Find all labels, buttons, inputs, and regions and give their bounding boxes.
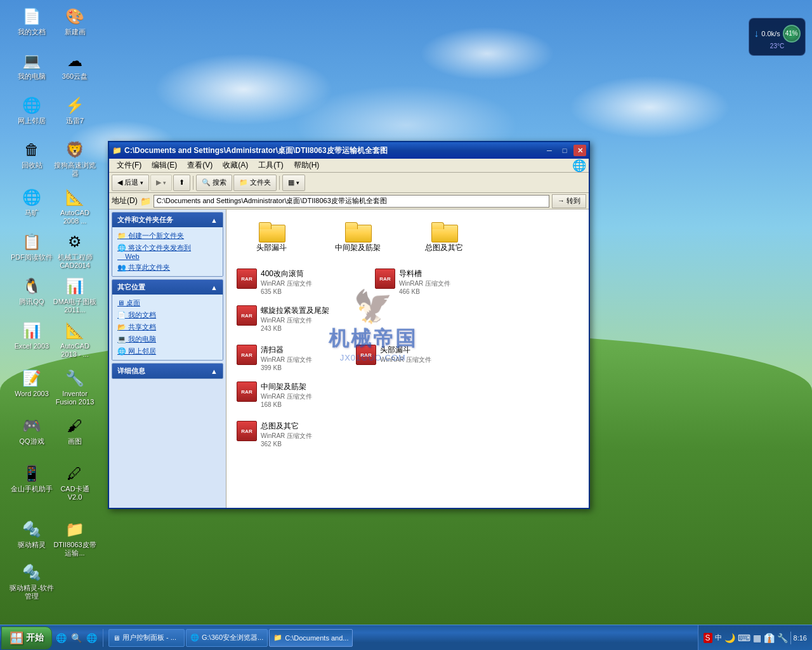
menu-view[interactable]: 查看(V) [182, 159, 218, 172]
folders-button[interactable]: 📁 文件夹 [233, 175, 277, 191]
up-button[interactable]: ⬆ [173, 175, 190, 191]
file-info: 螺旋拉紧装置及尾架 WinRAR 压缩文件 243 KB [261, 305, 329, 332]
desktop-icon-pdf-reader[interactable]: 📋 PDF阅读软件 [9, 232, 55, 262]
tray-moon[interactable]: 🌙 [724, 633, 735, 643]
desktop-icon-inventor[interactable]: 🔧 Inventor Fusion 2013 [52, 368, 98, 406]
files-row-2: 清扫器 WinRAR 压缩文件 399 KB 头部漏斗 WinRAR 压缩文件 [232, 340, 584, 413]
rar-icon [237, 421, 257, 441]
menu-tools[interactable]: 工具(T) [253, 159, 288, 172]
taskbar-item-360[interactable]: 🌐 G:\360安全浏览器... [186, 629, 268, 647]
desktop-icon-speed-browser[interactable]: 🦁 搜狗高速浏览器 [52, 140, 98, 178]
desktop-icon-ie[interactable]: 🌐 马旷 [9, 187, 55, 217]
tray-wrench[interactable]: 🔧 [777, 633, 788, 643]
desktop-icon-driver2[interactable]: 🔩 驱动精灵-软件管理 [9, 562, 55, 600]
tray-keyboard[interactable]: ⌨ [738, 633, 750, 643]
menu-help[interactable]: 帮助(H) [289, 159, 325, 172]
quick-browser[interactable]: 🌐 [85, 632, 98, 644]
icon-label: AutoCAD 2008 ... [53, 209, 97, 225]
quick-ie[interactable]: 🌐 [55, 632, 67, 644]
icon-image: 📝 [22, 368, 42, 388]
create-folder-link[interactable]: 📁 创建一个新文件夹 [117, 231, 218, 241]
file-tasks-section: 文件和文件夹任务 ▲ 📁 创建一个新文件夹 🌐 将这个文件夹发布到 Web 👥 … [112, 212, 223, 277]
tray-clothes[interactable]: 👔 [764, 633, 775, 643]
desktop-icon-dtii8063[interactable]: 📁 DTII8063皮带运输... [52, 519, 98, 557]
desktop-icon-cad2014[interactable]: ⚙ 机械工程师 CAD2014 [52, 232, 98, 270]
quick-launch: 🌐 🔍 🌐 [52, 632, 100, 644]
desktop-icon-qq[interactable]: 🐧 腾讯QQ [9, 276, 55, 306]
network-link[interactable]: 🌐 网上邻居 [117, 347, 218, 356]
desktop-icon-jinshan[interactable]: 📱 金山手机助手 [9, 463, 55, 493]
desktop-icon-autocad2013[interactable]: 📐 AutoCAD 2013 - ... [52, 321, 98, 359]
start-button[interactable]: 🪟 开始 [1, 627, 52, 649]
menu-file[interactable]: 文件(F) [112, 159, 147, 172]
details-header[interactable]: 详细信息 ▲ [112, 364, 223, 378]
file-tasks-header[interactable]: 文件和文件夹任务 ▲ [112, 213, 223, 227]
folder-zongtujiqita[interactable]: 总图及其它 [409, 220, 479, 256]
icon-image: 🔩 [22, 519, 42, 540]
desktop-icon-paint[interactable]: 🖌 画图 [52, 416, 98, 446]
icon-label: Inventor Fusion 2013 [53, 390, 97, 406]
desktop-icon-network[interactable]: 🌐 网上邻居 [9, 95, 55, 125]
desktop-icon-new-jian[interactable]: 🎨 新建画 [52, 6, 98, 36]
menu-favorites[interactable]: 收藏(A) [218, 159, 253, 172]
desktop-icon-word2003[interactable]: 📝 Word 2003 [9, 368, 55, 398]
desktop-icon-recycle[interactable]: 🗑 回收站 [9, 140, 55, 169]
rar-icon [237, 381, 257, 402]
other-places-header[interactable]: 其它位置 ▲ [112, 280, 223, 295]
publish-web-link[interactable]: 🌐 将这个文件夹发布到 Web [117, 243, 218, 260]
desktop-icon-excel2003[interactable]: 📊 Excel 2003 [9, 321, 55, 350]
rar-icon [356, 345, 376, 365]
desktop-icon-cloud360[interactable]: ☁ 360云盘 [52, 51, 98, 81]
my-docs-link[interactable]: 📄 我的文档 [117, 310, 218, 320]
view-button[interactable]: ▦ ▾ [282, 175, 305, 191]
go-button[interactable]: → 转到 [552, 194, 586, 208]
folder-toubuloudou[interactable]: 头部漏斗 [237, 220, 306, 256]
desktop-icon-my-computer[interactable]: 💻 我的电脑 [9, 51, 55, 81]
file-toubuloudou-rar[interactable]: 头部漏斗 WinRAR 压缩文件 [353, 342, 468, 374]
file-qingsaoqi[interactable]: 清扫器 WinRAR 压缩文件 399 KB [234, 342, 348, 374]
folder-zhongjian[interactable]: 中间架及筋架 [317, 220, 399, 256]
share-link[interactable]: 👥 共享此文件夹 [117, 263, 218, 272]
rar-icon [237, 305, 257, 326]
file-zongtu-rar[interactable]: 总图及其它 WinRAR 压缩文件 362 KB [234, 418, 348, 450]
taskbar-item-explorer[interactable]: 📁 C:\Documents and... [269, 629, 353, 647]
file-meta: WinRAR 压缩文件 [399, 279, 450, 288]
desktop-icon-xunlei[interactable]: ⚡ 迅雷7 [52, 95, 98, 125]
file-luoxuan[interactable]: 螺旋拉紧装置及尾架 WinRAR 压缩文件 243 KB [234, 303, 374, 335]
desktop-icon-cad-cartoon[interactable]: 🖊 CAD卡通 V2.0 [52, 463, 98, 501]
shared-docs-link[interactable]: 📂 共享文档 [117, 322, 218, 332]
file-name: 清扫器 [261, 345, 312, 355]
file-info: 中间架及筋架 WinRAR 压缩文件 168 KB [261, 381, 312, 408]
network-widget: ↓ 0.0k/s 41% 23°C [749, 18, 806, 56]
folder-label: 中间架及筋架 [335, 242, 381, 253]
file-400gaixiang[interactable]: 400改向滚筒 WinRAR 压缩文件 635 KB [234, 266, 367, 298]
desktop-icon-my-docs[interactable]: 📄 我的文档 [9, 6, 55, 36]
tray-sougou[interactable]: S [704, 633, 712, 643]
desktop-icon-qqgame[interactable]: 🎮 QQ游戏 [9, 416, 55, 446]
desktop-icon-dma[interactable]: 📊 DMA电子图板2011... [52, 276, 98, 314]
file-zhongjian-rar[interactable]: 中间架及筋架 WinRAR 压缩文件 168 KB [234, 379, 367, 411]
file-daoliaocao[interactable]: 导料槽 WinRAR 压缩文件 466 KB [372, 266, 487, 298]
icon-image: 🎮 [22, 416, 42, 436]
desktop-icon-driver[interactable]: 🔩 驱动精灵 [9, 519, 55, 549]
my-computer-link[interactable]: 💻 我的电脑 [117, 335, 218, 344]
tray-chinese[interactable]: 中 [715, 633, 722, 642]
folder-label: 总图及其它 [425, 242, 463, 253]
menu-edit[interactable]: 编辑(E) [147, 159, 182, 172]
icon-label: 新建画 [65, 28, 86, 36]
address-input[interactable]: C:\Documents and Settings\Administrator\… [154, 195, 549, 208]
taskbar-item-control-panel[interactable]: 🖥 用户控制面板 - ... [108, 629, 185, 647]
back-button[interactable]: ◀ 后退 ▾ [112, 175, 149, 191]
search-button[interactable]: 🔍 搜索 [196, 175, 232, 191]
icon-label: Excel 2003 [15, 342, 49, 350]
tray-grid[interactable]: ▦ [753, 633, 761, 643]
maximize-button[interactable]: □ [558, 145, 571, 156]
close-button[interactable]: ✕ [573, 145, 586, 156]
forward-button[interactable]: ▶ ▾ [150, 175, 172, 191]
minimize-button[interactable]: ─ [543, 145, 556, 156]
quick-search[interactable]: 🔍 [70, 632, 82, 644]
desktop-link[interactable]: 🖥 桌面 [117, 298, 218, 308]
other-places-content: 🖥 桌面 📄 我的文档 📂 共享文档 💻 我的电脑 🌐 网上邻居 [112, 295, 223, 360]
desktop-icon-autocad2008[interactable]: 📐 AutoCAD 2008 ... [52, 187, 98, 225]
file-size: 168 KB [261, 401, 312, 408]
